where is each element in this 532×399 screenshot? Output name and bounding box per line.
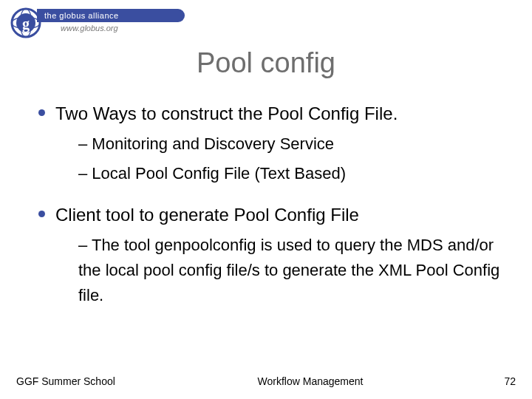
- bullet-item: Two Ways to construct the Pool Config Fi…: [38, 102, 502, 126]
- footer: GGF Summer School Workflow Management 72: [16, 375, 516, 387]
- logo: g the globus alliance www.globus.org: [9, 6, 186, 41]
- bullet-dot-icon: [38, 211, 45, 217]
- logo-sub-text: www.globus.org: [61, 24, 118, 33]
- sub-bullet-item: – The tool genpoolconfig is used to quer…: [78, 233, 502, 308]
- sub-bullet-text: – Monitoring and Discovery Service: [78, 132, 502, 157]
- bullet-item: Client tool to generate Pool Config File: [38, 203, 502, 227]
- sub-bullet-text: – Local Pool Config File (Text Based): [78, 161, 502, 186]
- bullet-text: Client tool to generate Pool Config File: [55, 203, 359, 227]
- slide-title: Pool config: [0, 47, 532, 79]
- sub-bullet-item: – Monitoring and Discovery Service: [78, 132, 502, 157]
- svg-text:g: g: [22, 16, 30, 33]
- sub-bullet-text: – The tool genpoolconfig is used to quer…: [78, 233, 502, 308]
- footer-center: Workflow Management: [164, 375, 457, 387]
- footer-page-number: 72: [457, 375, 516, 387]
- bullet-dot-icon: [38, 109, 45, 116]
- footer-left: GGF Summer School: [16, 375, 164, 387]
- bullet-text: Two Ways to construct the Pool Config Fi…: [55, 102, 398, 126]
- slide-content: Two Ways to construct the Pool Config Fi…: [38, 98, 502, 313]
- sub-bullet-item: – Local Pool Config File (Text Based): [78, 161, 502, 186]
- logo-band-text: the globus alliance: [37, 9, 185, 22]
